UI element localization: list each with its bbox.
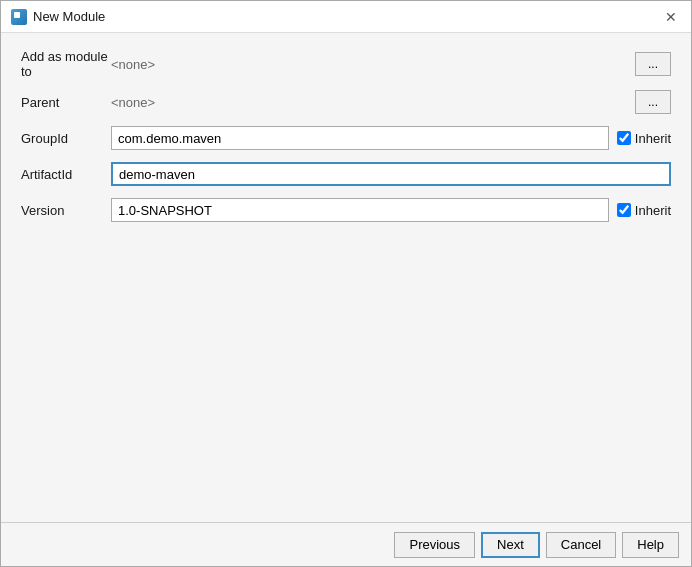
- artifact-id-label: ArtifactId: [21, 167, 111, 182]
- help-button[interactable]: Help: [622, 532, 679, 558]
- artifact-id-input[interactable]: [111, 162, 671, 186]
- group-id-input[interactable]: [111, 126, 609, 150]
- version-label: Version: [21, 203, 111, 218]
- title-bar-left: New Module: [11, 9, 105, 25]
- dialog-footer: Previous Next Cancel Help: [1, 522, 691, 566]
- artifact-id-row: ArtifactId: [21, 161, 671, 187]
- parent-label: Parent: [21, 95, 111, 110]
- cancel-button[interactable]: Cancel: [546, 532, 616, 558]
- add-as-module-browse-button[interactable]: ...: [635, 52, 671, 76]
- new-module-dialog: New Module ✕ Add as module to <none> ...…: [0, 0, 692, 567]
- parent-row: Parent <none> ...: [21, 89, 671, 115]
- version-input[interactable]: [111, 198, 609, 222]
- close-button[interactable]: ✕: [661, 7, 681, 27]
- title-bar: New Module ✕: [1, 1, 691, 33]
- group-id-inherit: Inherit: [617, 131, 671, 146]
- group-id-row: GroupId Inherit: [21, 125, 671, 151]
- group-id-label: GroupId: [21, 131, 111, 146]
- version-row: Version Inherit: [21, 197, 671, 223]
- version-inherit: Inherit: [617, 203, 671, 218]
- add-as-module-row: Add as module to <none> ...: [21, 49, 671, 79]
- group-id-inherit-label: Inherit: [635, 131, 671, 146]
- group-id-inherit-checkbox[interactable]: [617, 131, 631, 145]
- add-as-module-value: <none>: [111, 57, 627, 72]
- parent-value: <none>: [111, 95, 627, 110]
- add-as-module-label: Add as module to: [21, 49, 111, 79]
- parent-browse-button[interactable]: ...: [635, 90, 671, 114]
- dialog-title: New Module: [33, 9, 105, 24]
- version-inherit-label: Inherit: [635, 203, 671, 218]
- next-button[interactable]: Next: [481, 532, 540, 558]
- dialog-body: Add as module to <none> ... Parent <none…: [1, 33, 691, 522]
- version-inherit-checkbox[interactable]: [617, 203, 631, 217]
- module-icon: [11, 9, 27, 25]
- previous-button[interactable]: Previous: [394, 532, 475, 558]
